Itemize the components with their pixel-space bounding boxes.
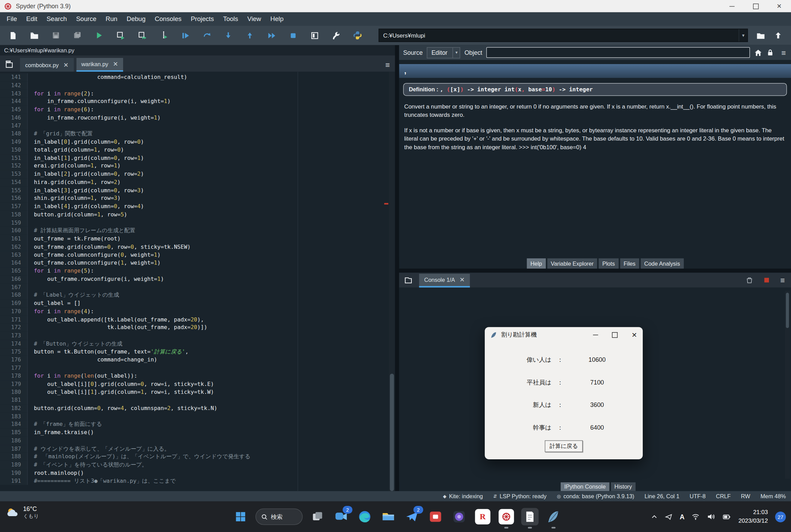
code-line[interactable]: 189# 「イベント」を待っている状態のループ。	[0, 461, 395, 469]
code-line[interactable]: 147	[0, 122, 395, 130]
open-file-icon[interactable]	[27, 29, 42, 42]
spyder-taskbar-icon[interactable]	[498, 508, 515, 525]
python-env-icon[interactable]	[350, 29, 366, 42]
remove-variables-icon[interactable]	[746, 276, 753, 284]
close-console-icon[interactable]: ✕	[460, 276, 465, 284]
taskbar-clock[interactable]: 21:03 2023/03/12	[738, 508, 768, 525]
ime-mode-indicator[interactable]: A	[680, 513, 684, 520]
code-line[interactable]: 190root.mainloop()	[0, 469, 395, 477]
stop-debug-icon[interactable]	[285, 29, 301, 42]
code-line[interactable]: 188# 「mainloop(メインループ)」は、「イベントループ」で、ウインド…	[0, 453, 395, 461]
chevron-down-icon[interactable]: ▼	[453, 48, 460, 58]
weather-widget[interactable]: 16°C くもり	[5, 505, 39, 520]
code-line[interactable]: 174# 「Button」ウイジェットの生成	[0, 340, 395, 348]
save-all-icon[interactable]	[70, 29, 85, 42]
source-select[interactable]: Editor ▼	[427, 47, 460, 58]
code-line[interactable]: 169out_label = []	[0, 299, 395, 307]
working-directory-value[interactable]: C:¥Users¥mlupi	[379, 32, 739, 39]
run-selection-icon[interactable]	[156, 29, 171, 42]
code-line[interactable]: 155in_label[3].grid(column=0, row=3)	[0, 186, 395, 194]
code-line[interactable]: 144 in_frame.columnconfigure(i, weight=1…	[0, 98, 395, 105]
location-share-icon[interactable]	[665, 513, 672, 520]
save-file-icon[interactable]	[48, 29, 64, 42]
maximize-window-icon[interactable]	[744, 0, 767, 12]
code-line[interactable]: 177	[0, 364, 395, 372]
browse-consoles-icon[interactable]	[404, 276, 412, 285]
editor-options-menu-icon[interactable]: ≡	[386, 61, 390, 69]
console-tab[interactable]: Console 1/A ✕	[419, 274, 470, 287]
menu-run[interactable]: Run	[101, 16, 122, 23]
close-tab-icon[interactable]: ✕	[63, 61, 69, 69]
show-hidden-icons-chevron[interactable]	[651, 513, 658, 520]
close-tab-icon[interactable]: ✕	[113, 61, 118, 68]
notification-count-badge[interactable]: 27	[775, 511, 786, 522]
file-explorer-icon[interactable]	[380, 508, 397, 525]
pane-tab-help[interactable]: Help	[527, 258, 545, 269]
tkinter-app-taskbar-icon[interactable]	[545, 508, 562, 525]
code-line[interactable]: 187# ウインドウを表示して、「メインループ」に入る。	[0, 445, 395, 453]
code-line[interactable]: 163out_frame.columnconfigure(0, weight=1…	[0, 251, 395, 259]
lock-icon[interactable]	[767, 49, 774, 56]
code-line[interactable]: 151in_label[1].grid(column=0, row=1)	[0, 154, 395, 162]
code-editor[interactable]: 141 command=calculation_result)142 143fo…	[0, 72, 395, 491]
wifi-icon[interactable]	[692, 513, 700, 521]
chat-app-icon[interactable]: 2	[332, 508, 350, 525]
code-line[interactable]: 182button.grid(column=0, row=4, columnsp…	[0, 404, 395, 412]
menu-view[interactable]: View	[243, 16, 266, 23]
code-line[interactable]: 179 out_label[i][0].grid(column=0, row=i…	[0, 380, 395, 388]
tkinter-titlebar[interactable]: 割り勘計算機 ✕	[485, 327, 643, 342]
help-options-menu-icon[interactable]: ≡	[781, 48, 786, 57]
minimize-window-icon[interactable]	[720, 0, 744, 12]
code-line[interactable]: 173	[0, 332, 395, 340]
code-line[interactable]: 183	[0, 412, 395, 420]
code-line[interactable]: 191#========== リスト3●「warikan.py」は、ここまで	[0, 477, 395, 485]
step-over-icon[interactable]	[199, 29, 214, 42]
code-line[interactable]: 180 out_label[i][1].grid(column=1, row=i…	[0, 388, 395, 396]
editor-tab-warikan.py[interactable]: warikan.py✕	[76, 58, 123, 72]
directory-dropdown-icon[interactable]: ▼	[739, 29, 747, 42]
code-line[interactable]: 153in_label[2].grid(column=0, row=2)	[0, 170, 395, 178]
debug-file-icon[interactable]	[178, 29, 193, 42]
r-app-icon[interactable]: R	[474, 508, 492, 525]
editor-scrollbar[interactable]	[389, 72, 395, 491]
menu-projects[interactable]: Projects	[186, 16, 219, 23]
menu-edit[interactable]: Edit	[22, 16, 42, 23]
console-tab-label[interactable]: Console 1/A	[424, 277, 455, 283]
pane-tab-plots[interactable]: Plots	[599, 258, 618, 269]
tkinter-window[interactable]: 割り勘計算機 ✕ 偉い人は：10600平社員は：7100新人は：3600幹事は：…	[485, 327, 643, 459]
edge-browser-icon[interactable]	[356, 508, 373, 525]
console-options-menu-icon[interactable]: ≡	[780, 276, 785, 284]
volume-icon[interactable]	[707, 513, 715, 521]
step-return-icon[interactable]	[242, 29, 258, 42]
code-line[interactable]: 142	[0, 81, 395, 89]
preferences-wrench-icon[interactable]	[328, 29, 344, 42]
pane-tab-files[interactable]: Files	[620, 258, 639, 269]
code-line[interactable]: 168# 「Label」ウイジェットの生成	[0, 291, 395, 299]
code-line[interactable]: 162out_frame.grid(column=0, row=0, stick…	[0, 243, 395, 251]
working-directory-field[interactable]: C:¥Users¥mlupi ▼	[379, 29, 748, 42]
code-line[interactable]: 164out_frame.columnconfigure(1, weight=1…	[0, 259, 395, 267]
new-file-icon[interactable]	[5, 29, 21, 42]
menu-source[interactable]: Source	[71, 16, 101, 23]
run-cell-icon[interactable]	[113, 29, 128, 42]
menu-file[interactable]: File	[2, 16, 22, 23]
editor-tab-combobox.py[interactable]: combobox.py✕	[20, 58, 73, 72]
code-line[interactable]: 141 command=calculation_result)	[0, 73, 395, 81]
notepad-app-icon[interactable]	[521, 508, 539, 525]
editor-tab-label[interactable]: warikan.py	[81, 61, 108, 67]
browse-directory-icon[interactable]	[753, 29, 769, 42]
tk-maximize-icon[interactable]	[612, 332, 618, 337]
media-player-icon[interactable]	[450, 508, 468, 525]
code-line[interactable]: 186	[0, 437, 395, 444]
continue-execution-icon[interactable]	[264, 29, 279, 42]
home-icon[interactable]	[754, 49, 762, 57]
code-line[interactable]: 145for i in range(6):	[0, 105, 395, 113]
code-line[interactable]: 158button.grid(column=1, row=5)	[0, 211, 395, 218]
code-line[interactable]: 172 tk.Label(out_frame, padx=20)])	[0, 324, 395, 331]
menu-debug[interactable]: Debug	[122, 16, 150, 23]
close-window-icon[interactable]: ✕	[768, 0, 791, 12]
code-line[interactable]: 150total.grid(column=1, row=0)	[0, 146, 395, 154]
code-line[interactable]: 165for i in range(5):	[0, 267, 395, 275]
search-placeholder[interactable]: 検索	[271, 513, 282, 520]
pane-tab-ipython-console[interactable]: IPython Console	[561, 482, 609, 491]
